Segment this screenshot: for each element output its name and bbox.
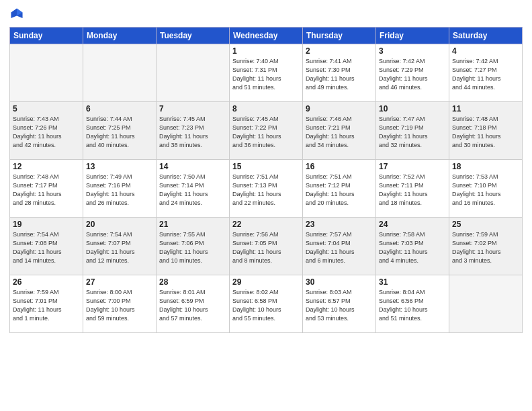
calendar-cell: 21Sunrise: 7:55 AM Sunset: 7:06 PM Dayli… [157,218,230,275]
day-info: Sunrise: 7:59 AM Sunset: 7:01 PM Dayligh… [13,288,80,323]
calendar-cell: 26Sunrise: 7:59 AM Sunset: 7:01 PM Dayli… [10,275,83,333]
calendar-cell [83,44,157,102]
calendar-cell: 16Sunrise: 7:51 AM Sunset: 7:12 PM Dayli… [303,160,376,218]
day-number: 16 [306,162,373,171]
day-info: Sunrise: 7:50 AM Sunset: 7:14 PM Dayligh… [159,173,226,208]
day-info: Sunrise: 8:00 AM Sunset: 7:00 PM Dayligh… [86,288,153,323]
day-number: 24 [379,220,446,229]
day-number: 28 [159,277,226,287]
calendar-cell: 8Sunrise: 7:45 AM Sunset: 7:22 PM Daylig… [230,102,303,160]
calendar-cell: 11Sunrise: 7:48 AM Sunset: 7:18 PM Dayli… [449,102,523,160]
day-info: Sunrise: 7:47 AM Sunset: 7:19 PM Dayligh… [379,115,446,150]
day-number: 23 [306,220,373,229]
day-info: Sunrise: 7:51 AM Sunset: 7:12 PM Dayligh… [306,173,373,208]
day-info: Sunrise: 8:04 AM Sunset: 6:56 PM Dayligh… [379,288,446,323]
day-number: 17 [379,162,446,171]
day-info: Sunrise: 7:53 AM Sunset: 7:10 PM Dayligh… [452,173,519,208]
day-info: Sunrise: 7:46 AM Sunset: 7:21 PM Dayligh… [306,115,373,150]
day-info: Sunrise: 7:45 AM Sunset: 7:23 PM Dayligh… [159,115,226,150]
calendar-week-2: 5Sunrise: 7:43 AM Sunset: 7:26 PM Daylig… [10,102,523,160]
day-number: 21 [159,220,226,229]
col-header-monday: Monday [83,28,157,44]
day-number: 20 [86,220,153,229]
day-info: Sunrise: 7:49 AM Sunset: 7:16 PM Dayligh… [86,173,153,208]
day-info: Sunrise: 7:51 AM Sunset: 7:13 PM Dayligh… [232,173,300,208]
day-number: 31 [379,277,446,287]
calendar-cell: 22Sunrise: 7:56 AM Sunset: 7:05 PM Dayli… [230,218,303,275]
calendar-cell: 19Sunrise: 7:54 AM Sunset: 7:08 PM Dayli… [10,218,83,275]
calendar-cell: 6Sunrise: 7:44 AM Sunset: 7:25 PM Daylig… [83,102,157,160]
calendar-cell: 18Sunrise: 7:53 AM Sunset: 7:10 PM Dayli… [449,160,523,218]
calendar-cell: 7Sunrise: 7:45 AM Sunset: 7:23 PM Daylig… [157,102,230,160]
day-info: Sunrise: 7:56 AM Sunset: 7:05 PM Dayligh… [232,230,300,265]
calendar-cell: 17Sunrise: 7:52 AM Sunset: 7:11 PM Dayli… [376,160,449,218]
day-number: 1 [232,46,300,56]
calendar-cell: 30Sunrise: 8:03 AM Sunset: 6:57 PM Dayli… [303,275,376,333]
calendar-cell: 1Sunrise: 7:40 AM Sunset: 7:31 PM Daylig… [230,44,303,102]
day-number: 15 [232,162,300,171]
col-header-friday: Friday [376,28,449,44]
day-number: 30 [306,277,373,287]
calendar-cell [10,44,83,102]
calendar-cell: 14Sunrise: 7:50 AM Sunset: 7:14 PM Dayli… [157,160,230,218]
calendar-cell: 2Sunrise: 7:41 AM Sunset: 7:30 PM Daylig… [303,44,376,102]
day-info: Sunrise: 7:54 AM Sunset: 7:08 PM Dayligh… [13,230,80,265]
day-info: Sunrise: 7:58 AM Sunset: 7:03 PM Dayligh… [379,230,446,265]
day-number: 14 [159,162,226,171]
day-info: Sunrise: 8:01 AM Sunset: 6:59 PM Dayligh… [159,288,226,323]
day-number: 29 [232,277,300,287]
day-number: 8 [232,104,300,113]
calendar-cell: 27Sunrise: 8:00 AM Sunset: 7:00 PM Dayli… [83,275,157,333]
day-number: 11 [452,104,519,113]
calendar-cell: 13Sunrise: 7:49 AM Sunset: 7:16 PM Dayli… [83,160,157,218]
calendar-cell [157,44,230,102]
col-header-tuesday: Tuesday [157,28,230,44]
day-number: 27 [86,277,153,287]
day-info: Sunrise: 7:42 AM Sunset: 7:27 PM Dayligh… [452,57,519,92]
day-number: 2 [306,46,373,56]
calendar-table: SundayMondayTuesdayWednesdayThursdayFrid… [9,27,523,333]
calendar-cell: 3Sunrise: 7:42 AM Sunset: 7:29 PM Daylig… [376,44,449,102]
day-info: Sunrise: 7:40 AM Sunset: 7:31 PM Dayligh… [232,57,300,92]
day-number: 25 [452,220,519,229]
calendar-cell: 12Sunrise: 7:48 AM Sunset: 7:17 PM Dayli… [10,160,83,218]
day-info: Sunrise: 7:52 AM Sunset: 7:11 PM Dayligh… [379,173,446,208]
day-info: Sunrise: 7:41 AM Sunset: 7:30 PM Dayligh… [306,57,373,92]
day-number: 6 [86,104,153,113]
calendar-cell: 9Sunrise: 7:46 AM Sunset: 7:21 PM Daylig… [303,102,376,160]
calendar-cell: 10Sunrise: 7:47 AM Sunset: 7:19 PM Dayli… [376,102,449,160]
calendar-cell: 15Sunrise: 7:51 AM Sunset: 7:13 PM Dayli… [230,160,303,218]
day-info: Sunrise: 8:02 AM Sunset: 6:58 PM Dayligh… [232,288,300,323]
calendar-cell: 28Sunrise: 8:01 AM Sunset: 6:59 PM Dayli… [157,275,230,333]
day-info: Sunrise: 7:59 AM Sunset: 7:02 PM Dayligh… [452,230,519,265]
col-header-thursday: Thursday [303,28,376,44]
calendar-header-row: SundayMondayTuesdayWednesdayThursdayFrid… [10,28,523,44]
day-number: 13 [86,162,153,171]
day-info: Sunrise: 7:45 AM Sunset: 7:22 PM Dayligh… [232,115,300,150]
day-info: Sunrise: 7:48 AM Sunset: 7:18 PM Dayligh… [452,115,519,150]
day-number: 26 [13,277,80,287]
page-container: SundayMondayTuesdayWednesdayThursdayFrid… [0,0,532,411]
day-info: Sunrise: 7:42 AM Sunset: 7:29 PM Dayligh… [379,57,446,92]
logo [9,7,26,21]
day-number: 19 [13,220,80,229]
col-header-saturday: Saturday [449,28,523,44]
day-info: Sunrise: 7:55 AM Sunset: 7:06 PM Dayligh… [159,230,226,265]
day-number: 12 [13,162,80,171]
day-number: 18 [452,162,519,171]
logo-icon [9,7,24,21]
day-number: 10 [379,104,446,113]
calendar-cell [449,275,523,333]
calendar-cell: 5Sunrise: 7:43 AM Sunset: 7:26 PM Daylig… [10,102,83,160]
calendar-cell: 29Sunrise: 8:02 AM Sunset: 6:58 PM Dayli… [230,275,303,333]
day-number: 5 [13,104,80,113]
col-header-wednesday: Wednesday [230,28,303,44]
calendar-cell: 4Sunrise: 7:42 AM Sunset: 7:27 PM Daylig… [449,44,523,102]
calendar-cell: 25Sunrise: 7:59 AM Sunset: 7:02 PM Dayli… [449,218,523,275]
day-info: Sunrise: 7:48 AM Sunset: 7:17 PM Dayligh… [13,173,80,208]
header [9,7,523,21]
day-info: Sunrise: 7:43 AM Sunset: 7:26 PM Dayligh… [13,115,80,150]
calendar-week-3: 12Sunrise: 7:48 AM Sunset: 7:17 PM Dayli… [10,160,523,218]
calendar-cell: 20Sunrise: 7:54 AM Sunset: 7:07 PM Dayli… [83,218,157,275]
calendar-cell: 31Sunrise: 8:04 AM Sunset: 6:56 PM Dayli… [376,275,449,333]
